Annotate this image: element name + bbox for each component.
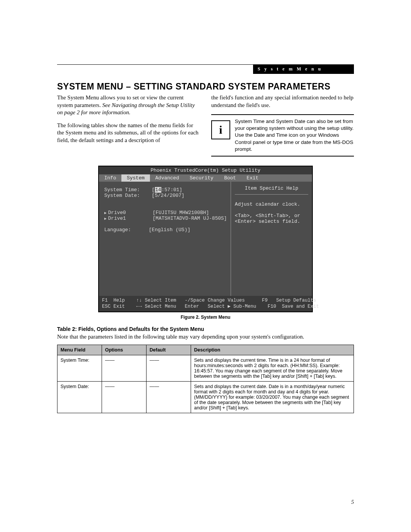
bios-fields: System Time: [14:57:01] System Date: [5/… xyxy=(99,182,231,296)
bios-time-rest: :57:01] xyxy=(161,187,182,193)
bios-help-line2: <Tab>, <Shift-Tab>, or xyxy=(235,213,308,219)
bios-time-label: System Time: xyxy=(104,187,140,193)
bios-spacer3 xyxy=(104,221,227,227)
th-description: Description xyxy=(191,345,354,355)
bios-date-label: System Date: xyxy=(104,193,140,198)
bios-footer: F1 Help ↑↓ Select Item -/Space Change Va… xyxy=(99,296,312,312)
th-menu-field: Menu Field xyxy=(57,345,102,355)
content: SYSTEM MENU – SETTING STANDARD SYSTEM PA… xyxy=(57,81,354,413)
bios-spacer xyxy=(104,198,227,204)
cell-description: Sets and displays the current time. Time… xyxy=(191,355,354,381)
bios-tab-security[interactable]: Security xyxy=(184,174,218,182)
bios-help-panel: Item Specific Help Adjust calendar clock… xyxy=(231,182,312,296)
bios-lang-value: [English (US)] xyxy=(149,227,190,233)
bios-leftright: ←→ Select Menu xyxy=(136,304,176,310)
bios-tab-system[interactable]: System xyxy=(121,174,150,182)
th-options: Options xyxy=(102,345,147,355)
table-caption: Table 2: Fields, Options and Defaults fo… xyxy=(57,326,354,332)
bios-row-drive1[interactable]: Drive1 [MATSHITADVD-RAM UJ-850S] xyxy=(104,216,227,221)
options-table: Menu Field Options Default Description S… xyxy=(57,345,354,413)
bios-body: System Time: [14:57:01] System Date: [5/… xyxy=(99,182,312,296)
page-title: SYSTEM MENU – SETTING STANDARD SYSTEM PA… xyxy=(57,81,354,92)
bios-tab-advanced[interactable]: Advanced xyxy=(150,174,184,182)
bios-updown: ↑↓ Select Item xyxy=(136,297,176,304)
bios-help-header: Item Specific Help xyxy=(235,185,308,195)
bios-date-value: [5/24/2007] xyxy=(152,193,185,198)
intro-left-p2: The following tables show the names of t… xyxy=(57,122,200,144)
intro-right-p1: the field's function and any special inf… xyxy=(211,94,354,109)
figure-caption: Figure 2. System Menu xyxy=(57,315,354,320)
bios-tab-boot[interactable]: Boot xyxy=(219,174,241,182)
bios-tab-exit[interactable]: Exit xyxy=(241,174,264,182)
bios-drive0-value: [FUJITSU MHW2100BH] xyxy=(153,210,209,216)
cell-description: Sets and displays the current date. Date… xyxy=(191,381,354,413)
th-default: Default xyxy=(147,345,191,355)
intro-col-right: the field's function and any special inf… xyxy=(211,94,354,157)
cell-default: —— xyxy=(147,381,191,413)
triangle-icon xyxy=(104,210,108,216)
bios-f1: F1 Help xyxy=(102,297,136,304)
triangle-icon xyxy=(104,216,108,221)
bios-drive1-value: [MATSHITADVD-RAM UJ-850S] xyxy=(153,216,227,221)
intro-left-p1: The System Menu allows you to set or vie… xyxy=(57,94,200,117)
bios-help-line3: <Enter> selects field. xyxy=(235,219,308,224)
cell-options: —— xyxy=(102,381,147,413)
bios-help-spacer xyxy=(235,207,308,213)
cell-options: —— xyxy=(102,355,147,381)
bios-tabs: Info System Advanced Security Boot Exit xyxy=(99,174,312,182)
bios-time-cursor: 14 xyxy=(155,187,162,193)
bios-f9: F9 Setup Defaults xyxy=(262,297,316,304)
bios-row-time[interactable]: System Time: [14:57:01] xyxy=(104,187,227,193)
bios-lang-label: Language: xyxy=(104,227,131,233)
bios-drive0-label: Drive0 xyxy=(108,210,126,216)
bios-drive1-label: Drive1 xyxy=(108,216,126,221)
intro-columns: The System Menu allows you to set or vie… xyxy=(57,94,354,157)
cell-menu-field: System Date: xyxy=(57,381,102,413)
bios-minus-space: -/Space Change Values xyxy=(176,297,262,304)
page-number: 5 xyxy=(351,499,354,505)
table-note: Note that the parameters listed in the f… xyxy=(57,334,354,340)
cell-menu-field: System Time: xyxy=(57,355,102,381)
cell-default: —— xyxy=(147,355,191,381)
table-header-row: Menu Field Options Default Description xyxy=(57,345,354,355)
bios-utility-title: Phoenix TrustedCore(tm) Setup Utility xyxy=(99,166,312,174)
info-icon: i xyxy=(211,120,230,139)
bios-f10: F10 Save and Exit xyxy=(268,304,319,310)
header-tab: S y s t e m M e n u xyxy=(253,64,354,74)
bios-row-date[interactable]: System Date: [5/24/2007] xyxy=(104,193,227,198)
bios-esc: ESC Exit xyxy=(102,304,136,310)
bios-row-drive0[interactable]: Drive0 [FUJITSU MHW2100BH] xyxy=(104,210,227,216)
note-box: i System Time and System Date can also b… xyxy=(211,114,354,157)
note-text: System Time and System Date can also be … xyxy=(235,118,354,153)
bios-help-line1: Adjust calendar clock. xyxy=(235,201,308,207)
bios-enter: Enter Select ▶ Sub-Menu xyxy=(176,304,268,310)
bios-spacer2 xyxy=(104,204,227,210)
page: S y s t e m M e n u SYSTEM MENU – SETTIN… xyxy=(0,0,411,532)
table-row: System Time: —— —— Sets and displays the… xyxy=(57,355,354,381)
bios-tab-info[interactable]: Info xyxy=(99,174,121,182)
intro-col-left: The System Menu allows you to set or vie… xyxy=(57,94,200,157)
bios-row-lang[interactable]: Language: [English (US)] xyxy=(104,227,227,233)
table-row: System Date: —— —— Sets and displays the… xyxy=(57,381,354,413)
bios-screen: Phoenix TrustedCore(tm) Setup Utility In… xyxy=(98,166,313,312)
